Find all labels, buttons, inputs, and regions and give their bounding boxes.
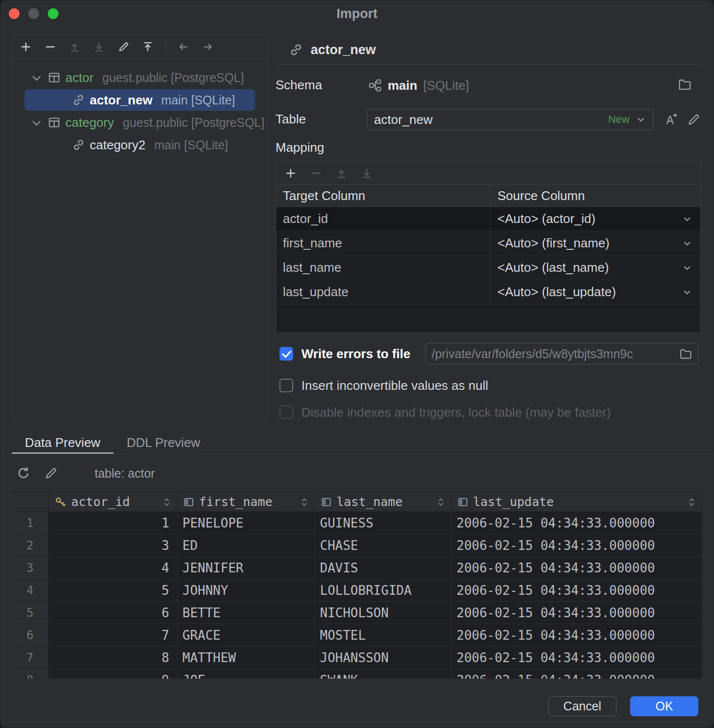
mapping-remove-button[interactable]: [305, 164, 327, 182]
mapping-row[interactable]: first_name <Auto> (first_name): [276, 231, 700, 256]
schema-value[interactable]: main [SQLite]: [368, 75, 469, 96]
mapping-move-down-button[interactable]: [356, 164, 377, 182]
last-name-cell[interactable]: DAVIS: [315, 557, 452, 579]
chevron-down-icon[interactable]: [682, 214, 693, 224]
last-update-cell[interactable]: 2006-02-15 04:34:33.000000: [452, 624, 702, 647]
first-name-cell[interactable]: GRACE: [178, 624, 315, 647]
add-button[interactable]: [15, 38, 37, 56]
actor-id-cell[interactable]: 4: [49, 557, 178, 579]
refresh-button[interactable]: [12, 463, 35, 484]
last-update-cell[interactable]: 2006-02-15 04:34:33.000000: [452, 647, 702, 669]
write-errors-checkbox[interactable]: [279, 347, 293, 361]
first-name-cell[interactable]: BETTE: [178, 602, 315, 624]
table-name-field[interactable]: actor_new New: [367, 109, 654, 130]
chevron-down-icon[interactable]: [682, 238, 693, 249]
last-update-cell[interactable]: 2006-02-15 04:34:33.000000: [452, 512, 702, 534]
tree-item[interactable]: category2 main [SQLite]: [24, 134, 255, 156]
sort-arrows-icon[interactable]: [687, 497, 696, 507]
first-name-cell[interactable]: JENNIFER: [178, 557, 315, 579]
last-update-cell[interactable]: 2006-02-15 04:34:33.000000: [452, 602, 702, 624]
target-column-cell[interactable]: actor_id: [276, 207, 491, 231]
grid-column-header[interactable]: first_name: [178, 492, 315, 512]
source-column-cell[interactable]: <Auto> (actor_id): [491, 207, 700, 231]
actor-id-cell[interactable]: 3: [49, 534, 178, 557]
mapping-row[interactable]: last_name <Auto> (last_name): [276, 256, 700, 280]
sort-arrows-icon[interactable]: [162, 497, 171, 507]
export-button[interactable]: [137, 38, 159, 56]
grid-data-row[interactable]: 8 9 JOE SWANK 2006-02-15 04:34:33.000000: [12, 669, 702, 679]
error-file-path-field[interactable]: /private/var/folders/d5/w8ytbjts3mn9c: [425, 343, 698, 364]
import-form-panel: actor_new Schema main [SQLite] Table act…: [276, 35, 702, 425]
preview-tab[interactable]: DDL Preview: [114, 431, 214, 454]
insert-null-checkbox[interactable]: [279, 379, 293, 392]
chevron-down-icon[interactable]: [635, 114, 646, 125]
last-name-cell[interactable]: MOSTEL: [315, 624, 452, 647]
actor-id-cell[interactable]: 1: [49, 512, 178, 534]
last-name-cell[interactable]: LOLLOBRIGIDA: [315, 579, 452, 602]
grid-column-header[interactable]: last_update: [452, 492, 702, 512]
auto-generate-name-button[interactable]: [664, 113, 678, 126]
edit-table-button[interactable]: [687, 113, 700, 126]
first-name-cell[interactable]: MATTHEW: [178, 647, 315, 669]
grid-column-header[interactable]: actor_id: [49, 492, 178, 512]
first-name-cell[interactable]: ED: [178, 534, 315, 557]
source-column-cell[interactable]: <Auto> (last_name): [491, 256, 700, 280]
actor-id-cell[interactable]: 6: [49, 602, 178, 624]
last-name-cell[interactable]: GUINESS: [315, 512, 452, 534]
actor-id-cell[interactable]: 9: [49, 669, 178, 679]
chevron-down-icon[interactable]: [30, 116, 43, 129]
mapping-add-button[interactable]: [280, 164, 301, 182]
edit-data-button[interactable]: [39, 463, 62, 484]
source-column-cell[interactable]: <Auto> (first_name): [491, 231, 700, 255]
grid-column-header[interactable]: last_name: [315, 492, 452, 512]
target-column-cell[interactable]: last_update: [276, 280, 491, 304]
actor-id-cell[interactable]: 7: [49, 624, 178, 647]
grid-data-row[interactable]: 6 7 GRACE MOSTEL 2006-02-15 04:34:33.000…: [12, 624, 702, 647]
folder-icon[interactable]: [679, 347, 692, 360]
cancel-button[interactable]: Cancel: [548, 696, 616, 716]
last-update-cell[interactable]: 2006-02-15 04:34:33.000000: [452, 557, 702, 579]
mapping-row[interactable]: last_update <Auto> (last_update): [276, 280, 700, 304]
first-name-cell[interactable]: JOE: [178, 669, 315, 679]
actor-id-cell[interactable]: 8: [49, 647, 178, 669]
chevron-down-icon[interactable]: [30, 71, 43, 84]
target-column-cell[interactable]: first_name: [276, 231, 491, 255]
last-update-cell[interactable]: 2006-02-15 04:34:33.000000: [452, 579, 702, 602]
last-name-cell[interactable]: CHASE: [315, 534, 452, 557]
schema-browse-button[interactable]: [678, 78, 692, 91]
last-name-cell[interactable]: JOHANSSON: [315, 647, 452, 669]
source-column-cell[interactable]: <Auto> (last_update): [491, 280, 700, 304]
chevron-down-icon[interactable]: [682, 287, 693, 298]
ok-button[interactable]: OK: [630, 696, 698, 716]
grid-data-row[interactable]: 7 8 MATTHEW JOHANSSON 2006-02-15 04:34:3…: [12, 647, 702, 669]
chevron-down-icon[interactable]: [682, 263, 693, 273]
tree-item[interactable]: actor guest.public [PostgreSQL]: [24, 67, 255, 88]
last-name-cell[interactable]: NICHOLSON: [315, 602, 452, 624]
sort-arrows-icon[interactable]: [436, 497, 445, 507]
edit-button[interactable]: [113, 38, 134, 56]
last-update-cell[interactable]: 2006-02-15 04:34:33.000000: [452, 534, 702, 557]
mapping-row[interactable]: actor_id <Auto> (actor_id): [276, 207, 700, 231]
remove-button[interactable]: [40, 38, 61, 56]
move-up-button[interactable]: [64, 38, 85, 56]
move-down-button[interactable]: [88, 38, 110, 56]
sort-arrows-icon[interactable]: [300, 497, 309, 507]
grid-data-row[interactable]: 1 1 PENELOPE GUINESS 2006-02-15 04:34:33…: [12, 512, 702, 534]
grid-data-row[interactable]: 4 5 JOHNNY LOLLOBRIGIDA 2006-02-15 04:34…: [12, 579, 702, 602]
mapping-move-up-button[interactable]: [331, 164, 352, 182]
tree-item[interactable]: actor_new main [SQLite]: [24, 89, 255, 111]
last-name-cell[interactable]: SWANK: [315, 669, 452, 679]
forward-button[interactable]: [197, 38, 218, 56]
grid-data-row[interactable]: 3 4 JENNIFER DAVIS 2006-02-15 04:34:33.0…: [12, 557, 702, 579]
first-name-cell[interactable]: PENELOPE: [178, 512, 315, 534]
first-name-cell[interactable]: JOHNNY: [178, 579, 315, 602]
last-update-cell[interactable]: 2006-02-15 04:34:33.000000: [452, 669, 702, 679]
back-button[interactable]: [173, 38, 194, 56]
grid-data-row[interactable]: 2 3 ED CHASE 2006-02-15 04:34:33.000000: [12, 534, 702, 557]
grid-data-row[interactable]: 5 6 BETTE NICHOLSON 2006-02-15 04:34:33.…: [12, 602, 702, 624]
actor-id-cell[interactable]: 5: [49, 579, 178, 602]
tree-item[interactable]: category guest.public [PostgreSQL]: [24, 112, 255, 133]
preview-tab[interactable]: Data Preview: [12, 431, 114, 454]
target-column-cell[interactable]: last_name: [276, 256, 491, 280]
preview-tab-label: DDL Preview: [127, 435, 200, 450]
